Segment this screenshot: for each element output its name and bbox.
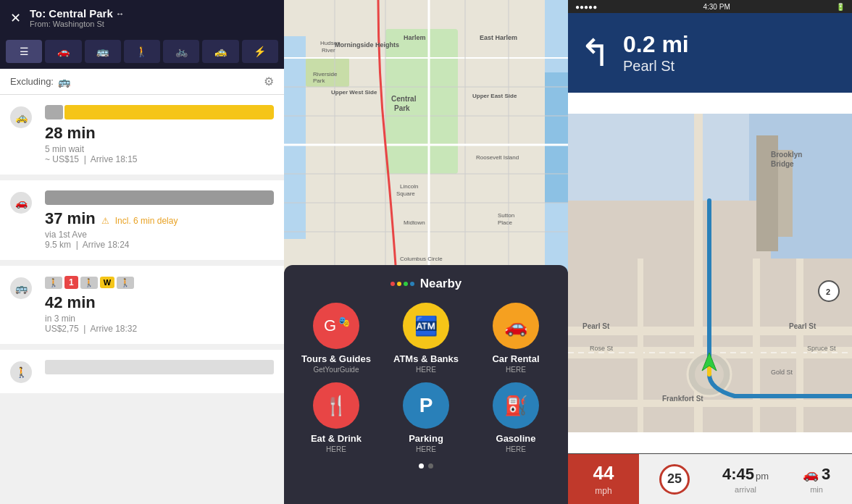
nearby-item-tours[interactable]: G 🎭 Tours & Guides GetYourGuide (296, 303, 377, 374)
nearby-item-parking[interactable]: P Parking HERE (385, 382, 467, 453)
filter-label: Excluding: (10, 76, 54, 87)
svg-text:Central: Central (391, 95, 417, 103)
remaining-icon: 🚗 (803, 466, 819, 482)
current-speed: 44 (593, 462, 614, 484)
route-item-car[interactable]: 🚗 37 min ⚠ Incl. 6 min delay via 1st Ave… (0, 180, 284, 260)
svg-text:Park: Park (313, 77, 325, 84)
mode-bar: ☰ 🚗 🚌 🚶 🚲 🚕 ⚡ (0, 35, 284, 69)
seg-walk-1: 🚶 (45, 277, 62, 289)
route-icon-taxi: 🚕 (10, 105, 36, 164)
svg-text:Bridge: Bridge (771, 160, 794, 168)
arrival-label: arrival (735, 485, 756, 494)
mode-walk-btn[interactable]: 🚶 (124, 40, 160, 63)
mode-taxi-btn[interactable]: 🚕 (202, 40, 238, 63)
speed-limit-display: 25 (639, 454, 710, 504)
svg-text:Riverside: Riverside (313, 71, 338, 77)
svg-text:Roosevelt Island: Roosevelt Island (476, 154, 519, 161)
nav-street: Pearl St (623, 58, 840, 75)
delay-icon: ⚠ (101, 216, 109, 226)
nearby-item-atms[interactable]: 🏧 ATMs & Banks HERE (385, 303, 467, 374)
speed-limit-circle: 25 (659, 464, 690, 495)
svg-text:Spruce St: Spruce St (807, 345, 836, 352)
transit-header: ✕ To: Central Park ↔ From: Washington St (0, 0, 284, 35)
transit-segments: 🚶 1 🚶 W 🚶 (45, 276, 274, 289)
origin-label: From: Washington St (30, 20, 274, 28)
nearby-item-eat-drink[interactable]: 🍴 Eat & Drink HERE (296, 382, 377, 453)
svg-text:Lincoln: Lincoln (400, 183, 418, 190)
svg-text:Gold St: Gold St (771, 369, 793, 376)
svg-text:Columbus Circle: Columbus Circle (400, 256, 443, 262)
route-meta-transit: in 3 min US$2,75 | Arrive 18:32 (45, 314, 274, 334)
nav-distance: 0.2 mi (623, 31, 840, 58)
nav-map-svg: Pearl St Pearl St Rose St Spruce St Fran… (568, 93, 852, 453)
svg-text:Harlem: Harlem (404, 34, 426, 41)
route-meta-taxi: 5 min wait ~ US$15 | Arrive 18:15 (45, 144, 274, 164)
close-button[interactable]: ✕ (10, 10, 21, 26)
arrival-ampm: pm (756, 471, 769, 482)
filter-row: Excluding: 🚌 ⚙ (0, 69, 284, 95)
seg-badge-w: W (100, 277, 114, 288)
map-svg: Central Park Riverside Park Hudson River… (284, 0, 568, 275)
nav-instruction: 0.2 mi Pearl St (623, 31, 840, 75)
arrival-display: 4:45 pm arrival (710, 454, 781, 504)
route-item-taxi[interactable]: 🚕 28 min 5 min wait ~ US$15 | Arrive 18:… (0, 95, 284, 175)
transit-panel: ✕ To: Central Park ↔ From: Washington St… (0, 0, 284, 504)
route-item-walk[interactable]: 🚶 (0, 350, 284, 393)
route-time-transit: 42 min (45, 293, 274, 312)
nav-map: Pearl St Pearl St Rose St Spruce St Fran… (568, 93, 852, 453)
nearby-item-car-rental[interactable]: 🚗 Car Rental HERE (475, 303, 556, 374)
nearby-logo (390, 282, 414, 286)
nearby-item-gasoline[interactable]: ⛽ Gasoline HERE (475, 382, 556, 453)
remaining-label: min (810, 485, 823, 494)
route-icon-walk: 🚶 (10, 360, 36, 383)
route-meta-car: via 1st Ave 9.5 km | Arrive 18:24 (45, 230, 274, 250)
seg-walk-3: 🚶 (117, 277, 134, 289)
nearby-panel: Nearby G 🎭 Tours & Guides GetYourGuide 🏧… (284, 265, 568, 504)
nearby-title: Nearby (296, 277, 556, 291)
delay-label: Incl. 6 min delay (115, 216, 178, 226)
map-panel: WaterSIM 4:30 PM ●●●●● (284, 0, 568, 504)
svg-text:Sutton: Sutton (498, 212, 514, 219)
route-bar-taxi (45, 105, 274, 119)
svg-text:Frankfort St: Frankfort St (662, 395, 703, 403)
mode-bus-btn[interactable]: 🚌 (85, 40, 121, 63)
route-list: 🚕 28 min 5 min wait ~ US$15 | Arrive 18:… (0, 95, 284, 504)
svg-text:River: River (322, 47, 335, 54)
pager-dot-2[interactable] (428, 463, 433, 469)
nav-bottom-bar: 44 mph 25 4:45 pm arrival 🚗 3 min (568, 453, 852, 504)
seg-num-1: 1 (64, 276, 78, 289)
mode-list-btn[interactable]: ☰ (6, 40, 42, 63)
nearby-pager (296, 463, 556, 469)
route-item-transit[interactable]: 🚌 🚶 1 🚶 W 🚶 42 min in 3 min US$2,75 | Ar… (0, 266, 284, 344)
svg-text:Park: Park (394, 104, 410, 112)
remaining-time: 3 (822, 465, 830, 484)
svg-rect-5 (545, 72, 568, 203)
mode-bike-btn[interactable]: 🚲 (163, 40, 199, 63)
filter-icon: 🚌 (58, 76, 70, 88)
settings-icon[interactable]: ⚙ (264, 75, 274, 88)
header-info: To: Central Park ↔ From: Washington St (30, 7, 274, 28)
svg-text:Rose St: Rose St (590, 345, 614, 352)
seg-walk-2: 🚶 (80, 277, 98, 289)
remaining-display: 🚗 3 min (781, 454, 852, 504)
arrival-time: 4:45 (722, 465, 754, 484)
nav-header: ↰ 0.2 mi Pearl St (568, 13, 852, 93)
route-bar-walk (45, 360, 274, 374)
svg-text:Pearl St: Pearl St (789, 322, 816, 330)
svg-text:Square: Square (396, 190, 415, 197)
mode-other-btn[interactable]: ⚡ (242, 40, 278, 63)
route-time-car: 37 min (45, 209, 96, 228)
svg-text:Place: Place (498, 219, 513, 226)
nearby-grid: G 🎭 Tours & Guides GetYourGuide 🏧 ATMs &… (296, 303, 556, 453)
destination-label: To: Central Park ↔ (30, 7, 274, 20)
pager-dot-1[interactable] (419, 463, 424, 469)
route-time-taxi: 28 min (45, 124, 274, 143)
svg-text:2: 2 (826, 287, 830, 296)
speed-display: 44 mph (568, 454, 639, 504)
nav-status-bar: ●●●●● 4:30 PM 🔋 (568, 0, 852, 13)
svg-text:Pearl St: Pearl St (582, 322, 610, 330)
nav-panel: ●●●●● 4:30 PM 🔋 ↰ 0.2 mi Pearl St (568, 0, 852, 504)
route-icon-transit: 🚌 (10, 276, 36, 334)
mode-car-btn[interactable]: 🚗 (45, 40, 81, 63)
svg-text:Morningside Heights: Morningside Heights (335, 41, 399, 49)
